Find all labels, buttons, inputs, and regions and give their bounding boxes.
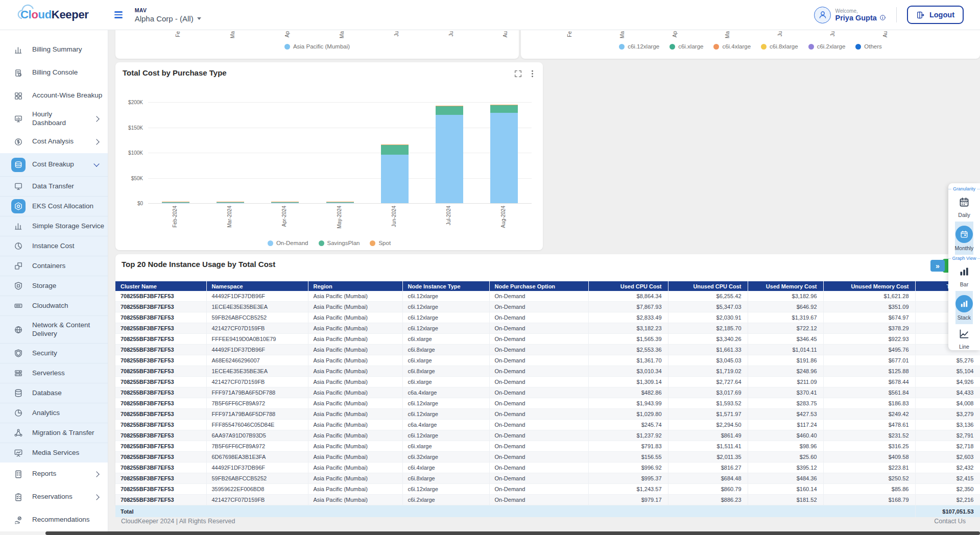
sidebar-item-cloudwatch[interactable]: Cloudwatch — [0, 296, 108, 315]
sidebar-item-migration-transfer[interactable]: Migration & Transfer — [0, 423, 108, 443]
sidebar-item-account-wise-breakup[interactable]: Account-Wise Breakup — [0, 84, 108, 107]
bar-segment-savingsplan-jun-2024[interactable] — [381, 145, 409, 155]
table-cell: $5,347.03 — [668, 302, 748, 312]
granularity-option-daily[interactable]: Daily — [955, 192, 974, 222]
legend-item-c6i-8xlarge[interactable]: c6i.8xlarge — [761, 43, 798, 50]
sidebar-item-simple-storage-service[interactable]: Simple Storage Service — [0, 216, 108, 236]
user-menu[interactable]: Welcome, Priya Gupta — [835, 8, 886, 22]
legend-label: c6i.4xlarge — [722, 43, 751, 50]
menu-toggle-button[interactable] — [112, 9, 125, 20]
sidebar-item-media-services[interactable]: Media Services — [0, 443, 108, 463]
table-cell: On-Demand — [489, 366, 588, 377]
table-cell: 708255BF3BF7EF53 — [115, 387, 206, 398]
horizontal-scrollbar-thumb[interactable] — [45, 531, 980, 535]
table-row: 708255BF3BF7EF536AA97A91D07B93D5Asia Pac… — [115, 430, 980, 441]
legend-item-c6i-xlarge[interactable]: c6i.xlarge — [670, 43, 703, 50]
legend-item-asia-pacific-mumbai[interactable]: Asia Pacific (Mumbai) — [284, 43, 350, 50]
table-cell: Asia Pacific (Mumbai) — [308, 398, 402, 409]
y-tick-label: $50K — [115, 176, 143, 181]
sidebar-item-analytics[interactable]: Analytics — [0, 403, 108, 423]
sidebar-item-reports[interactable]: Reports — [0, 463, 108, 485]
person-icon — [818, 10, 827, 19]
graph-line-icon — [959, 328, 970, 339]
bar-segment-spot-jun-2024[interactable] — [381, 144, 409, 145]
bar-segment-on-demand-jul-2024[interactable] — [436, 115, 463, 203]
column-header-cluster-name: Cluster Name — [115, 281, 206, 291]
bar-segment-on-demand-jun-2024[interactable] — [381, 155, 409, 203]
table-cell: $2,350 — [915, 484, 980, 495]
logout-button[interactable]: Logout — [907, 6, 964, 24]
graph-view-option-stack[interactable]: Stack — [955, 291, 973, 324]
legend-item-c6i-2xlarge[interactable]: c6i.2xlarge — [808, 43, 846, 50]
legend-label: Others — [864, 43, 882, 50]
legend-item-others[interactable]: Others — [855, 43, 882, 50]
legend-dot — [670, 44, 675, 50]
legend-item-savingsplan[interactable]: SavingsPlan — [319, 240, 360, 246]
bar-segment-spot-feb-2024[interactable] — [162, 202, 189, 202]
sidebar-item-database[interactable]: Database — [0, 383, 108, 403]
gridline — [148, 203, 532, 204]
bar-segment-spot-may-2024[interactable] — [326, 202, 354, 202]
sidebar-item-recommendations[interactable]: Recommendations — [0, 508, 108, 531]
chevron-down-icon — [93, 161, 99, 166]
sidebar-item-data-transfer[interactable]: Data Transfer — [0, 176, 108, 196]
bar-segment-on-demand-mar-2024[interactable] — [217, 203, 244, 203]
legend-item-c6i-4xlarge[interactable]: c6i.4xlarge — [713, 43, 751, 50]
bar-segment-spot-mar-2024[interactable] — [217, 202, 244, 202]
sidebar-item-containers[interactable]: Containers — [0, 256, 108, 276]
sidebar-item-network-content-delivery[interactable]: Network & Content Delivery — [0, 315, 108, 343]
kebab-menu-icon[interactable] — [527, 68, 538, 79]
collapse-panel-button[interactable]: » — [930, 260, 945, 272]
bar-segment-on-demand-apr-2024[interactable] — [271, 203, 299, 203]
sidebar-item-reservations[interactable]: Reservations — [0, 485, 108, 508]
bar-segment-savingsplan-may-2024[interactable] — [326, 202, 354, 203]
footer-contact-link[interactable]: Contact Us — [934, 518, 966, 525]
table-cell: Asia Pacific (Mumbai) — [308, 334, 402, 345]
table-row: 708255BF3BF7EF531ECE4E35E35BE3EAAsia Pac… — [115, 302, 980, 312]
bar-segment-on-demand-aug-2024[interactable] — [490, 113, 518, 203]
table-cell: On-Demand — [489, 355, 588, 366]
logout-label: Logout — [929, 11, 954, 19]
bar-segment-on-demand-may-2024[interactable] — [326, 203, 354, 203]
bar-segment-spot-jul-2024[interactable] — [436, 106, 463, 107]
granularity-option-monthly[interactable]: Monthly — [955, 222, 974, 255]
avatar[interactable] — [814, 7, 831, 23]
legend-item-spot[interactable]: Spot — [370, 240, 391, 246]
sidebar-item-cost-analysis[interactable]: Cost Analysis — [0, 130, 108, 153]
expand-icon[interactable] — [513, 68, 523, 79]
sidebar-item-billing-summary[interactable]: Billing Summary — [0, 38, 108, 61]
table-cell: $125.88 — [823, 366, 915, 377]
bar-segment-savingsplan-apr-2024[interactable] — [271, 202, 299, 203]
table-cell: Asia Pacific (Mumbai) — [308, 441, 402, 452]
shield-box-icon — [14, 281, 23, 290]
bar-segment-savingsplan-jul-2024[interactable] — [436, 106, 463, 114]
bar-segment-savingsplan-aug-2024[interactable] — [490, 105, 518, 112]
table-row: 708255BF3BF7EF5335959622EF006BD8Asia Pac… — [115, 484, 980, 495]
table-cell: 7B5F6FF6CF89A972 — [206, 441, 308, 452]
legend-item-on-demand[interactable]: On-Demand — [268, 240, 308, 246]
sidebar-item-eks-cost-allocation[interactable]: EKS Cost Allocation — [0, 196, 108, 216]
account-selector[interactable]: Alpha Corp - (All) — [135, 14, 201, 23]
table-cell: 708255BF3BF7EF53 — [115, 441, 206, 452]
bar-segment-savingsplan-feb-2024[interactable] — [162, 202, 189, 203]
x-tick-label: Mar-2024 — [227, 206, 232, 228]
legend-item-c6i-12xlarge[interactable]: c6i.12xlarge — [619, 43, 659, 50]
bar-segment-spot-aug-2024[interactable] — [490, 105, 518, 106]
sidebar-item-serverless[interactable]: Serverless — [0, 363, 108, 383]
sidebar-item-instance-cost[interactable]: Instance Cost — [0, 236, 108, 256]
gridline — [148, 153, 532, 153]
bar-segment-savingsplan-mar-2024[interactable] — [217, 202, 244, 203]
bar-segment-on-demand-feb-2024[interactable] — [162, 203, 189, 203]
table-cell: On-Demand — [489, 312, 588, 323]
sidebar-item-billing-console[interactable]: Billing Console — [0, 61, 108, 84]
info-icon[interactable] — [879, 14, 886, 21]
graph-view-option-bar[interactable]: Bar — [955, 262, 973, 291]
sidebar-item-hourly-dashboard[interactable]: Hourly Dashboard — [0, 107, 108, 130]
bar-segment-spot-apr-2024[interactable] — [271, 202, 299, 202]
legend-label: c6i.12xlarge — [628, 43, 659, 50]
sidebar-item-cost-breakup[interactable]: Cost Breakup — [0, 153, 108, 176]
sidebar-item-security[interactable]: Security — [0, 343, 108, 363]
sidebar-item-storage[interactable]: Storage — [0, 276, 108, 296]
table-cell: $1,511.41 — [668, 441, 748, 452]
graph-view-option-line[interactable]: Line — [955, 324, 973, 353]
